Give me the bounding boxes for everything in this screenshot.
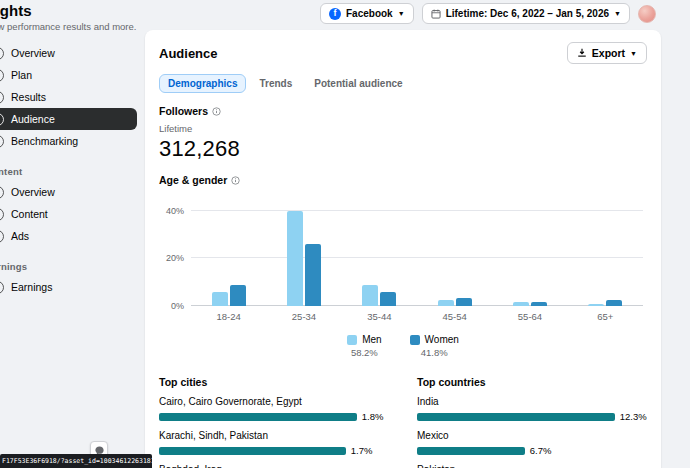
sidebar-item-plan[interactable]: Plan (0, 64, 137, 86)
legend-women: Women41.8% (410, 334, 459, 358)
chart-plot-area: 0%20%40% (191, 206, 643, 306)
sidebar-item-results[interactable]: Results (0, 86, 137, 108)
y-axis-label: 20% (166, 253, 184, 263)
list-item-value: 1.7% (351, 445, 373, 456)
sidebar-item-overview[interactable]: Overview (0, 181, 137, 203)
bar-men (588, 304, 604, 306)
stat-bar (417, 413, 615, 421)
chart-group-45-54 (417, 206, 492, 306)
sidebar-item-benchmarking[interactable]: Benchmarking (0, 130, 137, 152)
bar-women (305, 244, 321, 306)
calendar-icon (431, 9, 441, 19)
chart-group-18-24 (191, 206, 266, 306)
sidebar-item-label: Benchmarking (11, 135, 78, 147)
sidebar-section-earnings: Earnings (0, 261, 137, 272)
date-range-label: Lifetime: Dec 6, 2022 – Jan 5, 2026 (446, 8, 609, 19)
list-item-label: Cairo, Cairo Governorate, Egypt (159, 396, 389, 407)
bar-men (438, 300, 454, 306)
export-button[interactable]: Export ▼ (567, 42, 647, 64)
chevron-down-icon: ▼ (614, 10, 621, 17)
chart-group-25-34 (266, 206, 341, 306)
chart-group-65 (568, 206, 643, 306)
sidebar-item-content[interactable]: Content (0, 203, 137, 225)
avatar[interactable] (638, 5, 656, 23)
legend-label: Women (425, 334, 459, 345)
date-range-selector[interactable]: Lifetime: Dec 6, 2022 – Jan 5, 2026 ▼ (422, 3, 630, 24)
followers-section-header: Followers (159, 105, 647, 117)
sidebar-item-earnings[interactable]: Earnings (0, 276, 137, 298)
stat-bar (159, 447, 346, 455)
followers-period: Lifetime (159, 123, 647, 134)
top-countries: Top countriesIndia12.3%Mexico6.7%Pakista… (417, 376, 647, 468)
list-title: Top cities (159, 376, 389, 388)
tab-demographics[interactable]: Demographics (159, 74, 246, 93)
list-item: Pakistan5.9% (417, 464, 647, 468)
sidebar-item-audience[interactable]: Audience (0, 108, 137, 130)
list-item-label: Baghdad, Iraq (159, 464, 389, 468)
bar-men (362, 285, 378, 306)
account-selector[interactable]: f Facebook ▼ (320, 3, 414, 24)
content-icon (0, 208, 4, 221)
chart-group-35-44 (342, 206, 417, 306)
sidebar-item-label: Content (11, 208, 48, 220)
x-axis-label: 65+ (568, 311, 643, 322)
sidebar-item-ads[interactable]: Ads (0, 225, 137, 247)
chart-bars (191, 206, 643, 306)
card-title: Audience (159, 46, 218, 61)
sidebar-item-label: Ads (11, 230, 29, 242)
account-label: Facebook (346, 8, 393, 19)
audience-card: Audience Export ▼ DemographicsTrendsPote… (145, 30, 661, 468)
list-item-label: Mexico (417, 430, 647, 441)
list-item: India12.3% (417, 396, 647, 422)
list-item-value: 6.7% (530, 445, 552, 456)
legend-swatch-women (410, 335, 420, 345)
bar-men (212, 292, 228, 306)
sidebar-item-label: Overview (11, 47, 55, 59)
tab-trends[interactable]: Trends (250, 74, 301, 93)
overview-icon (0, 47, 4, 60)
ads-icon (0, 230, 4, 243)
audience-tabs: DemographicsTrendsPotential audience (159, 74, 647, 93)
chevron-down-icon: ▼ (398, 10, 405, 17)
chart-group-55-64 (492, 206, 567, 306)
page-title: Insights (0, 3, 136, 20)
results-icon (0, 91, 4, 104)
bar-women (606, 300, 622, 306)
status-url-tooltip: F17F53E36F6918/?asset_id=100346122631819 (0, 454, 152, 468)
topbar: Insights View performance results and mo… (0, 0, 690, 30)
followers-count: 312,268 (159, 136, 647, 162)
sidebar: OverviewPlanResultsAudienceBenchmarkingC… (0, 30, 137, 298)
topbar-controls: f Facebook ▼ Lifetime: Dec 6, 2022 – Jan… (320, 3, 690, 24)
list-item: Baghdad, Iraq1.2% (159, 464, 389, 468)
bar-women (531, 302, 547, 306)
sidebar-item-label: Plan (11, 69, 32, 81)
chart-x-axis: 18-2425-3435-4445-5455-6465+ (191, 311, 643, 322)
legend-percent: 58.2% (351, 347, 378, 358)
stat-bar (159, 413, 357, 421)
list-item: Karachi, Sindh, Pakistan1.7% (159, 430, 389, 456)
x-axis-label: 25-34 (266, 311, 341, 322)
legend-label: Men (362, 334, 381, 345)
list-title: Top countries (417, 376, 647, 388)
sidebar-item-label: Results (11, 91, 46, 103)
content-overview-icon (0, 186, 4, 199)
page-header: Insights View performance results and mo… (0, 3, 136, 32)
export-label: Export (592, 47, 625, 59)
legend-men: Men58.2% (347, 334, 381, 358)
bar-men (287, 211, 303, 306)
bar-women (456, 298, 472, 306)
info-icon (212, 107, 221, 116)
tab-potential-audience[interactable]: Potential audience (305, 74, 411, 93)
y-axis-label: 0% (171, 301, 184, 311)
list-item-value: 12.3% (620, 411, 647, 422)
list-item-label: Karachi, Sindh, Pakistan (159, 430, 389, 441)
sidebar-item-label: Earnings (11, 281, 52, 293)
legend-percent: 41.8% (421, 347, 448, 358)
list-item-label: Pakistan (417, 464, 647, 468)
sidebar-item-overview[interactable]: Overview (0, 42, 137, 64)
age-gender-chart: 0%20%40% 18-2425-3435-4445-5455-6465+ Me… (159, 206, 647, 358)
x-axis-label: 45-54 (417, 311, 492, 322)
y-axis-label: 40% (166, 206, 184, 216)
sidebar-section-content: Content (0, 166, 137, 177)
legend-swatch-men (347, 335, 357, 345)
